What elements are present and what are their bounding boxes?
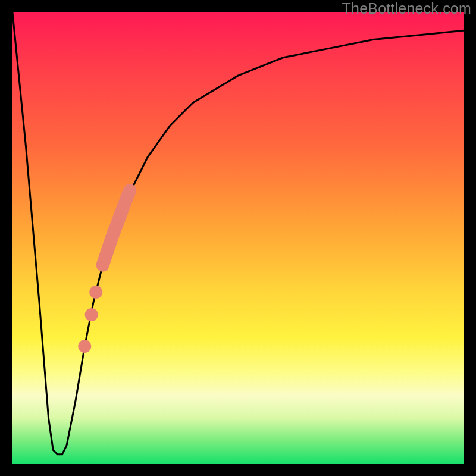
watermark-text: TheBottleneck.com (342, 0, 471, 17)
highlight-segment (103, 190, 130, 265)
plot-area (12, 12, 464, 464)
highlight-dot (85, 308, 98, 321)
curve-layer (12, 12, 464, 464)
bottleneck-curve (12, 12, 464, 455)
chart-container: TheBottleneck.com (0, 0, 476, 476)
highlight-dot (89, 286, 102, 299)
highlight-dot (78, 340, 91, 353)
